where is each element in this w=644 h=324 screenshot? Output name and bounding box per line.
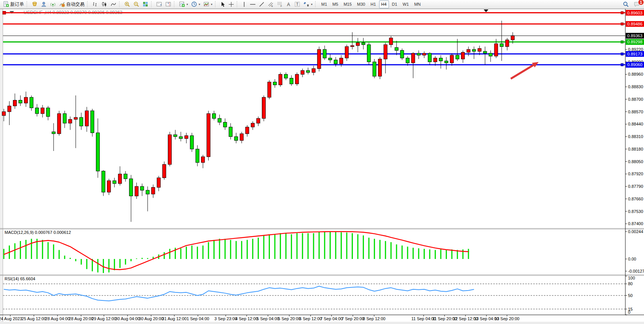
- timeframe-m15-button[interactable]: M15: [341, 0, 354, 8]
- candle-body: [124, 174, 127, 179]
- fibonacci-tool-button[interactable]: F: [275, 1, 284, 8]
- candle-body: [406, 58, 409, 63]
- candle-body: [362, 43, 365, 44]
- macd-hist-bar: [219, 239, 220, 259]
- indicators-button[interactable]: ▾: [177, 1, 190, 8]
- text-tool-button[interactable]: A: [284, 1, 293, 8]
- macd-hist-bar: [86, 259, 87, 269]
- auto-scroll-button[interactable]: [155, 1, 164, 8]
- notification-badge: 1: [638, 0, 644, 5]
- macd-hist-bar: [97, 259, 99, 272]
- profile-button[interactable]: [39, 1, 48, 8]
- candle-body: [13, 100, 17, 106]
- timeframe-h1-button[interactable]: H1: [368, 0, 378, 8]
- macd-hist-bar: [363, 235, 364, 259]
- candle-body: [301, 70, 304, 74]
- zoom-out-button[interactable]: [132, 1, 141, 8]
- macd-hist-bar: [446, 250, 447, 259]
- macd-hist-bar: [14, 243, 16, 259]
- line-handle-icon[interactable]: [621, 64, 623, 66]
- timeframe-m30-button[interactable]: M30: [355, 0, 367, 8]
- candle-body: [179, 137, 183, 138]
- candle-body: [234, 137, 238, 140]
- toolbar-separator: [315, 1, 317, 7]
- new-order-button[interactable]: 新订单: [2, 1, 26, 8]
- chevron-down-icon: ▾: [311, 3, 312, 6]
- chart-window[interactable]: USDCHF-,H4 0.89323 0.89370 0.89306 0.893…: [0, 9, 644, 322]
- candle-body: [146, 190, 149, 194]
- macd-hist-bar: [319, 232, 320, 259]
- candle-body: [367, 44, 371, 62]
- cursor-tool-button[interactable]: [218, 1, 227, 8]
- macd-hist-bar: [214, 240, 215, 259]
- signal-button[interactable]: [48, 1, 57, 8]
- timeframe-w1-button[interactable]: W1: [400, 0, 411, 8]
- macd-hist-bar: [20, 241, 21, 259]
- periods-button[interactable]: ▾: [190, 1, 202, 8]
- zoom-in-button[interactable]: [123, 1, 132, 8]
- line-handle-icon[interactable]: [3, 11, 6, 14]
- candle-body: [279, 74, 282, 85]
- candle-body: [102, 171, 105, 192]
- macd-hist-bar: [429, 249, 430, 259]
- candle-body: [328, 58, 332, 60]
- auto-trading-button[interactable]: 自动交易: [57, 1, 86, 8]
- macd-hist-bar: [125, 259, 126, 265]
- macd-hist-bar: [103, 259, 104, 273]
- crosshair-tool-button[interactable]: [227, 1, 236, 8]
- timeframe-d1-button[interactable]: D1: [390, 0, 400, 8]
- candle-body: [373, 62, 376, 76]
- candle-body: [91, 111, 94, 133]
- time-axis-label: 6 Sep 12:00: [299, 316, 322, 321]
- macd-hist-bar: [241, 241, 242, 259]
- candle-body: [494, 44, 498, 56]
- trendline-tool-button[interactable]: [257, 1, 266, 8]
- candlestick-mode-button[interactable]: [100, 1, 109, 8]
- macd-hist-bar: [114, 259, 115, 270]
- line-handle-icon[interactable]: [621, 23, 623, 25]
- macd-hist-bar: [64, 256, 65, 259]
- line-handle-icon[interactable]: [621, 11, 623, 14]
- line-chart-mode-button[interactable]: [109, 1, 118, 8]
- rsi-axis-label: 0: [628, 310, 630, 314]
- price-axis-tick: 0.88440: [628, 122, 643, 126]
- price-axis-tick: 0.87400: [628, 221, 643, 226]
- text-label-tool-button[interactable]: T: [293, 1, 302, 8]
- text-icon: A: [286, 2, 291, 7]
- line-handle-icon[interactable]: [621, 52, 623, 55]
- templates-button[interactable]: ▾: [202, 1, 214, 8]
- bar-chart-mode-button[interactable]: [91, 1, 100, 8]
- timeframe-m1-button[interactable]: M1: [319, 0, 329, 8]
- notifications-button[interactable]: 1: [632, 1, 642, 8]
- macd-label: MACD(12,26,9) 0.000767 0.000612: [5, 230, 71, 235]
- vertical-line-tool-button[interactable]: [240, 1, 248, 8]
- macd-hist-bar: [385, 241, 386, 259]
- chart-shift-button[interactable]: [164, 1, 173, 8]
- timeframe-mn-button[interactable]: MN: [412, 0, 423, 8]
- horizontal-line-tool-button[interactable]: [248, 1, 257, 8]
- candle-body: [334, 60, 337, 64]
- arrows-tool-button[interactable]: ▾: [302, 1, 314, 8]
- price-axis-tick: 0.88700: [628, 97, 643, 102]
- toolbar-separator: [87, 1, 89, 7]
- candle-body: [450, 55, 454, 63]
- macd-hist-bar: [26, 240, 27, 259]
- timeframe-h4-button[interactable]: H4: [379, 0, 389, 8]
- candle-body: [478, 48, 481, 51]
- tile-windows-button[interactable]: [141, 1, 150, 8]
- search-button[interactable]: [621, 1, 631, 8]
- candle-body: [461, 52, 465, 59]
- toolbar-separator: [119, 1, 121, 7]
- svg-text:0.89363: 0.89363: [627, 33, 642, 38]
- timeframe-m5-button[interactable]: M5: [330, 0, 340, 8]
- price-badge-0.89363: 0.89363: [626, 33, 644, 38]
- line-handle-icon[interactable]: [621, 41, 623, 43]
- market-watch-button[interactable]: [30, 1, 39, 8]
- macd-hist-bar: [252, 239, 253, 259]
- time-axis-label: 29 Aug 12:00: [92, 316, 116, 321]
- channel-tool-button[interactable]: E: [266, 1, 275, 8]
- price-axis-tick: 0.88960: [628, 72, 643, 76]
- macd-hist-bar: [341, 232, 342, 259]
- rsi-axis-label: 80: [628, 281, 633, 286]
- chart-canvas[interactable]: USDCHF-,H4 0.89323 0.89370 0.89306 0.893…: [0, 9, 644, 322]
